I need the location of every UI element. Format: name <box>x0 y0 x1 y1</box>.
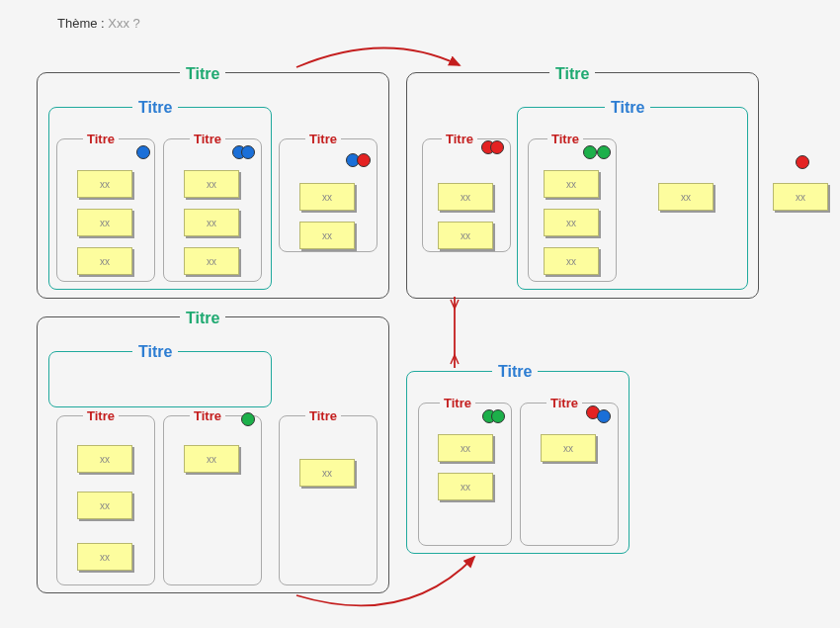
sticky-note: xx <box>773 183 828 211</box>
group-title-top-left: Titre <box>180 65 225 83</box>
group-title-top-right: Titre <box>549 65 595 83</box>
sticky-note: xx <box>299 222 355 249</box>
teal-title-bottom-right: Titre <box>492 363 538 381</box>
sticky-note: xx <box>438 434 493 462</box>
card-title: Titre <box>305 132 341 146</box>
sticky-note: xx <box>184 445 239 473</box>
sticky-note: xx <box>544 247 599 275</box>
sticky-note: xx <box>299 183 355 211</box>
green-dot-icon <box>241 412 255 426</box>
sticky-note: xx <box>544 209 599 236</box>
blue-dot-icon <box>597 409 611 423</box>
card-box <box>279 415 378 585</box>
sticky-note: xx <box>77 543 132 571</box>
card-title: Titre <box>546 396 582 410</box>
theme-label: Thème : Xxx ? <box>57 16 140 31</box>
card-title: Titre <box>190 408 225 423</box>
sticky-note: xx <box>184 170 239 198</box>
theme-label-text: Thème : <box>57 16 105 31</box>
sticky-note: xx <box>77 445 132 473</box>
card-title: Titre <box>190 132 225 146</box>
red-dot-icon <box>357 153 371 167</box>
sticky-note: xx <box>77 209 132 236</box>
teal-title-bottom-left: Titre <box>132 343 178 361</box>
sticky-note: xx <box>77 170 132 198</box>
sticky-note: xx <box>541 434 596 462</box>
card-box <box>520 403 619 546</box>
card-title: Titre <box>305 408 341 423</box>
green-dot-icon <box>597 145 611 159</box>
blue-dot-icon <box>241 145 255 159</box>
sticky-note: xx <box>438 183 493 211</box>
green-dot-icon <box>583 145 597 159</box>
sticky-note: xx <box>184 209 239 236</box>
green-dot-icon <box>491 409 505 423</box>
card-title: Titre <box>83 408 119 423</box>
sticky-note: xx <box>438 473 493 500</box>
blue-dot-icon <box>136 145 150 159</box>
group-title-bottom-left: Titre <box>180 310 225 327</box>
sticky-note: xx <box>77 492 132 519</box>
teal-title-top-right: Titre <box>605 99 650 117</box>
teal-title-top-left: Titre <box>132 99 178 117</box>
red-dot-icon <box>490 140 504 154</box>
sticky-note: xx <box>77 247 132 275</box>
card-title: Titre <box>547 132 583 146</box>
sticky-note: xx <box>299 459 355 487</box>
theme-value-text: Xxx ? <box>108 16 140 31</box>
sticky-note: xx <box>544 170 599 198</box>
card-box <box>163 415 262 585</box>
sticky-note: xx <box>658 183 714 211</box>
sticky-note: xx <box>184 247 239 275</box>
card-title: Titre <box>442 132 477 146</box>
card-title: Titre <box>83 132 119 146</box>
red-dot-icon <box>796 155 809 169</box>
card-title: Titre <box>440 396 475 410</box>
sticky-note: xx <box>438 222 493 249</box>
